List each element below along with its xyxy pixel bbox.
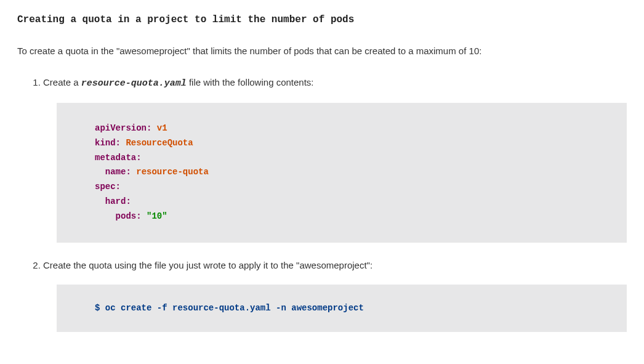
steps-list: Create a resource-quota.yaml file with t… xyxy=(17,76,627,333)
step-2: Create the quota using the file you just… xyxy=(43,259,627,333)
yaml-spec-key: spec: xyxy=(95,182,121,192)
yaml-pods-value: "10" xyxy=(147,211,167,221)
yaml-kind-value: ResourceQuota xyxy=(126,138,193,148)
yaml-apiversion-value: v1 xyxy=(157,123,167,133)
step-1-prefix: Create a xyxy=(43,77,81,87)
yaml-metadata-key: metadata: xyxy=(95,153,142,163)
yaml-name-value: resource-quota xyxy=(136,167,209,177)
step-1-suffix: file with the following contents: xyxy=(187,77,314,87)
yaml-code-block: apiVersion: v1 kind: ResourceQuota metad… xyxy=(57,103,627,243)
step-1: Create a resource-quota.yaml file with t… xyxy=(43,76,627,243)
command-line: oc create -f resource-quota.yaml -n awes… xyxy=(105,303,364,313)
command-prompt: $ xyxy=(95,303,100,313)
section-heading: Creating a quota in a project to limit t… xyxy=(17,12,627,27)
yaml-hard-key: hard: xyxy=(105,196,131,206)
yaml-name-key: name: xyxy=(105,167,131,177)
yaml-apiversion-key: apiVersion: xyxy=(95,123,151,133)
step-1-inline-code: resource-quota.yaml xyxy=(81,78,187,89)
step-1-text: Create a resource-quota.yaml file with t… xyxy=(43,77,314,87)
command-code-block: $ oc create -f resource-quota.yaml -n aw… xyxy=(57,285,627,332)
intro-paragraph: To create a quota in the "awesomeproject… xyxy=(17,44,627,59)
step-2-text: Create the quota using the file you just… xyxy=(43,260,372,270)
yaml-kind-key: kind: xyxy=(95,138,121,148)
yaml-pods-key: pods: xyxy=(116,211,142,221)
